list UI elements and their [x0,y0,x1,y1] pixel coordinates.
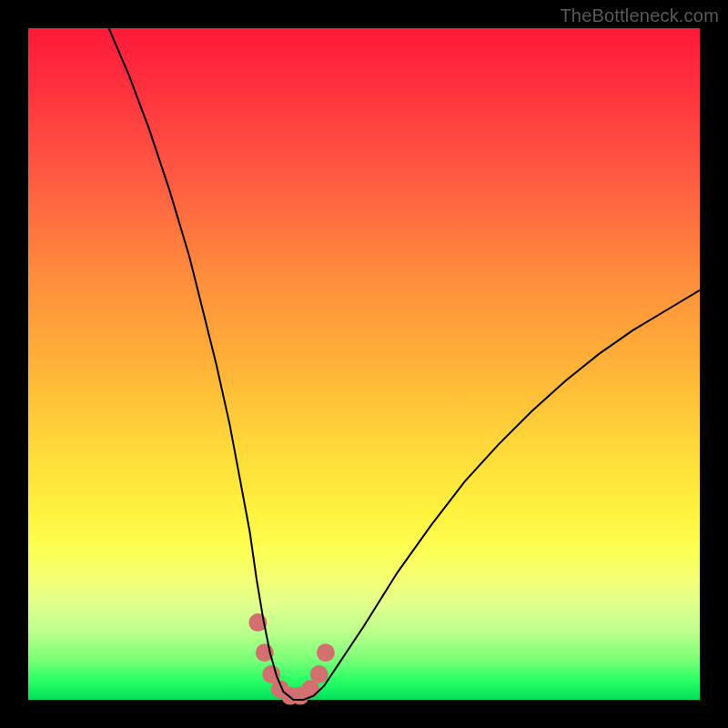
highlight-dot [317,643,335,662]
watermark-text: TheBottleneck.com [560,5,719,26]
bottleneck-curve [109,28,700,700]
highlight-dots-group [248,613,335,705]
highlight-dot [310,665,329,683]
chart-frame: TheBottleneck.com [0,0,728,728]
chart-svg [28,28,700,700]
